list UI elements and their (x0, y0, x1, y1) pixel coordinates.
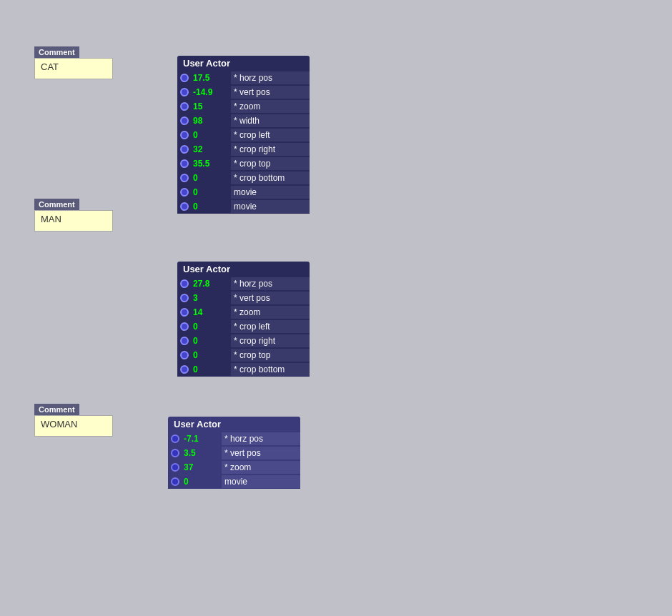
table-row: 0* crop bottom (177, 171, 310, 185)
actor-param: * crop left (231, 129, 310, 141)
table-row: -14.9* vert pos (177, 85, 310, 99)
actor-value[interactable]: -14.9 (192, 86, 231, 99)
actor-rows-3: -7.1* horz pos3.5* vert pos37* zoom0movi… (168, 432, 300, 489)
node-dot-icon[interactable] (180, 337, 189, 345)
table-row: 3* vert pos (177, 291, 310, 305)
actor-param: * crop right (231, 143, 310, 156)
actor-value[interactable]: 98 (192, 114, 231, 127)
actor-value[interactable]: -7.1 (182, 432, 222, 445)
actor-param: * crop bottom (231, 172, 310, 184)
actor-param: * horz pos (222, 432, 300, 445)
table-row: 3.5* vert pos (168, 446, 300, 460)
actor-block-2: User Actor 27.8* horz pos3* vert pos14* … (177, 262, 310, 377)
comment-value-cat[interactable]: CAT (34, 58, 113, 79)
actor-title-3: User Actor (168, 417, 300, 432)
actor-value[interactable]: 14 (192, 306, 231, 319)
actor-param: * vert pos (231, 292, 310, 304)
actor-value[interactable]: 0 (192, 186, 231, 199)
actor-value[interactable]: 17.5 (192, 71, 231, 84)
actor-value[interactable]: 0 (192, 200, 231, 213)
node-dot-icon[interactable] (180, 365, 189, 374)
node-dot-icon[interactable] (171, 463, 179, 472)
actor-param: * zoom (231, 306, 310, 319)
node-dot-icon[interactable] (180, 188, 189, 197)
node-dot-icon[interactable] (180, 88, 189, 96)
table-row: 0* crop left (177, 319, 310, 334)
actor-param: * zoom (231, 100, 310, 113)
table-row: 15* zoom (177, 99, 310, 114)
actor-value[interactable]: 15 (192, 100, 231, 113)
node-dot-icon[interactable] (180, 202, 189, 211)
node-dot-icon[interactable] (171, 477, 179, 486)
comment-woman: Comment WOMAN (34, 404, 113, 437)
node-dot-icon[interactable] (180, 322, 189, 331)
actor-value[interactable]: 0 (182, 475, 222, 488)
comment-cat: Comment CAT (34, 46, 113, 79)
table-row: 32* crop right (177, 142, 310, 157)
node-dot-icon[interactable] (180, 174, 189, 182)
actor-value[interactable]: 32 (192, 143, 231, 156)
actor-value[interactable]: 37 (182, 461, 222, 474)
actor-param: * vert pos (222, 447, 300, 459)
actor-rows-1: 17.5* horz pos-14.9* vert pos15* zoom98*… (177, 71, 310, 214)
actor-param: * crop bottom (231, 363, 310, 376)
comment-label-cat: Comment (34, 46, 79, 58)
node-dot-icon[interactable] (180, 294, 189, 302)
actor-param: * zoom (222, 461, 300, 474)
comment-man: Comment MAN (34, 199, 113, 232)
actor-value[interactable]: 3.5 (182, 447, 222, 459)
node-dot-icon[interactable] (180, 131, 189, 139)
node-dot-icon[interactable] (180, 308, 189, 317)
node-dot-icon[interactable] (180, 159, 189, 168)
actor-param: movie (222, 475, 300, 488)
actor-param: * crop right (231, 334, 310, 347)
table-row: 0* crop bottom (177, 362, 310, 377)
actor-param: * vert pos (231, 86, 310, 99)
table-row: 37* zoom (168, 460, 300, 475)
node-dot-icon[interactable] (180, 74, 189, 82)
node-dot-icon[interactable] (180, 145, 189, 154)
node-dot-icon[interactable] (171, 449, 179, 457)
comment-value-woman[interactable]: WOMAN (34, 415, 113, 437)
actor-param: * crop left (231, 320, 310, 333)
node-dot-icon[interactable] (180, 279, 189, 288)
table-row: 0* crop left (177, 128, 310, 142)
actor-param: * width (231, 114, 310, 127)
actor-block-3: User Actor -7.1* horz pos3.5* vert pos37… (168, 417, 300, 489)
actor-value[interactable]: 0 (192, 334, 231, 347)
table-row: 0movie (177, 185, 310, 199)
node-dot-icon[interactable] (180, 351, 189, 359)
table-row: 17.5* horz pos (177, 71, 310, 85)
actor-value[interactable]: 0 (192, 172, 231, 184)
actor-value[interactable]: 35.5 (192, 157, 231, 170)
table-row: 27.8* horz pos (177, 277, 310, 291)
node-dot-icon[interactable] (171, 434, 179, 443)
table-row: 0movie (168, 475, 300, 489)
comment-label-man: Comment (34, 199, 79, 210)
actor-param: * horz pos (231, 71, 310, 84)
actor-param: * horz pos (231, 277, 310, 290)
table-row: 0* crop right (177, 334, 310, 348)
actor-rows-2: 27.8* horz pos3* vert pos14* zoom0* crop… (177, 277, 310, 377)
table-row: 0* crop top (177, 348, 310, 362)
node-dot-icon[interactable] (180, 102, 189, 111)
table-row: -7.1* horz pos (168, 432, 300, 446)
table-row: 0movie (177, 199, 310, 214)
table-row: 14* zoom (177, 305, 310, 319)
actor-param: * crop top (231, 157, 310, 170)
actor-value[interactable]: 0 (192, 363, 231, 376)
actor-title-2: User Actor (177, 262, 310, 277)
actor-param: movie (231, 200, 310, 213)
actor-param: * crop top (231, 349, 310, 362)
actor-value[interactable]: 27.8 (192, 277, 231, 290)
table-row: 98* width (177, 114, 310, 128)
table-row: 35.5* crop top (177, 157, 310, 171)
actor-value[interactable]: 0 (192, 349, 231, 362)
actor-value[interactable]: 3 (192, 292, 231, 304)
actor-value[interactable]: 0 (192, 129, 231, 141)
node-dot-icon[interactable] (180, 116, 189, 125)
actor-value[interactable]: 0 (192, 320, 231, 333)
comment-value-man[interactable]: MAN (34, 210, 113, 232)
comment-label-woman: Comment (34, 404, 79, 415)
actor-block-1: User Actor 17.5* horz pos-14.9* vert pos… (177, 56, 310, 214)
